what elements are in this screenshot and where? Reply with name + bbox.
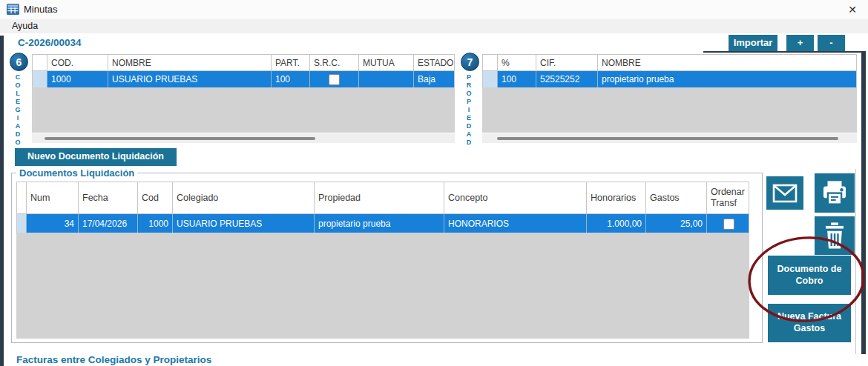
column-header-percent[interactable]: %	[498, 55, 536, 70]
menu-item-ayuda[interactable]: Ayuda	[9, 21, 41, 31]
cell-estado: Baja	[414, 71, 456, 87]
cell-cod: 1000	[138, 214, 173, 233]
column-header-cod[interactable]: COD.	[47, 55, 108, 70]
column-header-selector	[17, 182, 27, 213]
scrollbar-thumb[interactable]	[45, 137, 315, 140]
cell-ordenar-transf	[707, 214, 750, 233]
envelope-icon	[772, 184, 798, 203]
left-frame-bar	[0, 36, 4, 366]
documentos-grid-empty-area	[16, 233, 749, 339]
column-header-src[interactable]: S.R.C.	[310, 55, 359, 70]
top-right-frame-line	[703, 51, 861, 53]
colegiados-badge: 6	[10, 53, 28, 71]
cell-cif: 52525252	[536, 71, 598, 87]
trash-icon	[822, 222, 847, 250]
column-header-selector	[483, 55, 498, 70]
menu-bar: Ayuda	[0, 19, 868, 33]
cell-part: 100	[272, 71, 310, 87]
propiedad-badge: 7	[461, 53, 479, 71]
propiedad-grid: % CIF. NOMBRE 100 52525252 propietario p…	[482, 54, 857, 88]
ordenar-transf-checkbox[interactable]	[723, 219, 734, 230]
cell-propiedad: propietario prueba	[315, 214, 444, 233]
cell-src	[310, 71, 359, 87]
documentos-selected-row[interactable]: 34 17/04/2026 1000 USUARIO PRUEBAS propi…	[17, 213, 749, 233]
colegiados-grid: COD. NOMBRE PART. S.R.C. MUTUA ESTADO 10…	[32, 54, 455, 88]
column-header-num[interactable]: Num	[27, 182, 79, 213]
row-selector-cell[interactable]	[17, 214, 27, 233]
column-header-cif[interactable]: CIF.	[536, 55, 598, 70]
case-number-label: C-2026/00034	[18, 37, 82, 48]
column-header-colegiado[interactable]: Colegiado	[173, 182, 315, 213]
cell-fecha: 17/04/2026	[79, 214, 138, 233]
remove-button[interactable]: -	[818, 35, 845, 51]
column-header-estado[interactable]: ESTADO	[414, 55, 456, 70]
column-header-fecha[interactable]: Fecha	[79, 182, 138, 213]
facturas-section-title: Facturas entre Colegiados y Propietarios	[16, 354, 211, 365]
propiedad-side-label: PROPIEDAD	[465, 73, 472, 142]
colegiados-horizontal-scrollbar[interactable]	[32, 133, 455, 143]
minutas-window: { "window": { "title": "Minutas", "close…	[0, 0, 868, 366]
right-frame-bar	[861, 51, 866, 354]
window-title: Minutas	[24, 4, 58, 15]
cell-mutua	[359, 71, 414, 87]
title-bar: Minutas ✕	[0, 0, 868, 19]
scrollbar-thumb[interactable]	[497, 137, 838, 140]
importar-button[interactable]: Importar	[729, 35, 777, 51]
column-header-selector	[33, 55, 47, 70]
column-header-ordenar-transf[interactable]: Ordenar Transf	[707, 182, 750, 213]
column-header-part[interactable]: PART.	[272, 55, 310, 70]
column-header-propiedad[interactable]: Propiedad	[315, 182, 444, 213]
cell-gastos: 25,00	[646, 214, 707, 233]
cell-nombre: USUARIO PRUEBAS	[108, 71, 272, 87]
cell-colegiado: USUARIO PRUEBAS	[173, 214, 315, 233]
colegiados-side-label: COLEGIADOS	[14, 73, 21, 147]
propiedad-header-row: % CIF. NOMBRE	[483, 55, 856, 70]
column-header-gastos[interactable]: Gastos	[646, 182, 707, 213]
print-button[interactable]	[815, 173, 855, 213]
propiedad-grid-empty-area	[482, 87, 857, 133]
app-icon	[7, 4, 19, 15]
add-button[interactable]: +	[786, 35, 814, 51]
propiedad-selected-row[interactable]: 100 52525252 propietario prueba	[483, 70, 856, 87]
column-header-honorarios[interactable]: Honorarios	[587, 182, 646, 213]
cell-honorarios: 1.000,00	[587, 214, 646, 233]
documento-de-cobro-button[interactable]: Documento de Cobro	[768, 256, 851, 295]
nuevo-documento-liquidacion-button[interactable]: Nuevo Documento Liquidación	[15, 148, 177, 166]
row-selector-cell[interactable]	[483, 71, 498, 87]
cell-num: 34	[27, 214, 79, 233]
colegiados-header-row: COD. NOMBRE PART. S.R.C. MUTUA ESTADO	[33, 55, 454, 70]
close-button[interactable]: ✕	[844, 2, 861, 17]
row-selector-cell[interactable]	[33, 71, 47, 87]
column-header-concepto[interactable]: Concepto	[444, 182, 587, 213]
column-header-nombre[interactable]: NOMBRE	[598, 55, 858, 70]
printer-icon	[821, 179, 849, 207]
src-checkbox[interactable]	[329, 74, 340, 85]
vertical-divider	[855, 169, 856, 354]
delete-button[interactable]	[815, 216, 855, 255]
propiedad-horizontal-scrollbar[interactable]	[482, 133, 857, 143]
column-header-mutua[interactable]: MUTUA	[359, 55, 414, 70]
documentos-group-title: Documentos Liquidación	[16, 167, 137, 179]
column-header-nombre[interactable]: NOMBRE	[108, 55, 272, 70]
documentos-grid: Num Fecha Cod Colegiado Propiedad Concep…	[16, 182, 749, 234]
email-button[interactable]	[766, 176, 803, 210]
column-header-cod[interactable]: Cod	[138, 182, 173, 213]
colegiados-grid-empty-area	[32, 87, 455, 133]
cell-concepto: HONORARIOS	[444, 214, 587, 233]
colegiados-selected-row[interactable]: 1000 USUARIO PRUEBAS 100 Baja	[33, 70, 454, 87]
cell-percent: 100	[498, 71, 536, 87]
nueva-factura-gastos-button[interactable]: Nueva Factura Gastos	[768, 304, 851, 342]
cell-cod: 1000	[47, 71, 108, 87]
cell-nombre: propietario prueba	[598, 71, 858, 87]
documentos-header-row: Num Fecha Cod Colegiado Propiedad Concep…	[17, 182, 749, 213]
